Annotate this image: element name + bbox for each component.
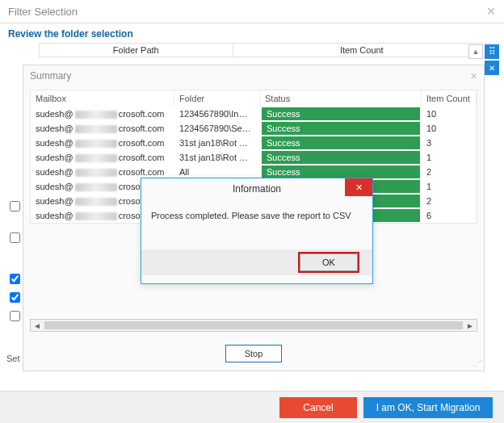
left-checkbox-1[interactable] <box>10 201 20 212</box>
cell-status: Success <box>260 150 422 165</box>
resize-grip-icon[interactable]: ⋰ <box>474 358 481 367</box>
left-checkbox-2[interactable] <box>10 232 20 243</box>
cell-item-count: 10 <box>422 107 477 121</box>
col-folder[interactable]: Folder <box>174 90 260 107</box>
dialog-title: Information <box>233 183 281 195</box>
dialog-close-button[interactable]: ✕ <box>345 178 372 196</box>
cell-item-count: 1 <box>422 179 477 194</box>
cell-mailbox: sudesh@crosoft.com <box>31 136 174 150</box>
cell-folder: 31st jan18\Rot … <box>174 136 260 150</box>
grid-header-row: Mailbox Folder Status Item Count <box>31 90 477 107</box>
cell-item-count: 2 <box>422 194 477 208</box>
col-item-count[interactable]: Item Count <box>233 44 490 57</box>
cell-folder: 31st jan18\Rot … <box>174 150 260 165</box>
cell-mailbox: sudesh@crosoft.com <box>31 121 174 136</box>
select-tool-icon[interactable]: ⠿ <box>485 44 499 59</box>
col-status[interactable]: Status <box>260 90 422 107</box>
filter-selection-titlebar: Filter Selection ✕ <box>0 0 504 23</box>
set-label: Set <box>6 354 20 363</box>
cell-status: Success <box>260 136 422 150</box>
cell-item-count: 2 <box>422 165 477 179</box>
clear-icon[interactable]: ✕ <box>485 61 499 75</box>
information-dialog: Information ✕ Process completed. Please … <box>141 178 373 284</box>
cell-mailbox: sudesh@crosoft.com <box>31 150 174 165</box>
filter-selection-title: Filter Selection <box>8 6 78 18</box>
left-checkbox-3[interactable] <box>10 274 20 284</box>
col-item-count[interactable]: Item Count <box>422 90 477 107</box>
summary-close-icon[interactable]: ✕ <box>470 71 477 82</box>
cell-folder: 1234567890\In… <box>174 107 260 121</box>
table-row[interactable]: sudesh@crosoft.com1234567890\Se…Success1… <box>31 121 477 136</box>
scroll-left-icon[interactable]: ◄ <box>33 321 41 330</box>
stop-button[interactable]: Stop <box>225 345 282 362</box>
sort-asc-icon[interactable]: ▲ <box>468 44 483 59</box>
summary-title: Summary <box>30 70 71 82</box>
cell-status: Success <box>260 107 422 121</box>
review-heading: Review the folder selection <box>0 23 504 43</box>
cell-folder: 1234567890\Se… <box>174 121 260 136</box>
cell-item-count: 10 <box>422 121 477 136</box>
dialog-footer: OK <box>141 249 372 275</box>
horizontal-scrollbar[interactable]: ◄ ► <box>30 319 477 332</box>
footer-bar: Cancel I am OK, Start Migration <box>0 391 504 423</box>
dialog-titlebar[interactable]: Information ✕ <box>141 178 372 199</box>
ok-button[interactable]: OK <box>300 253 358 271</box>
table-row[interactable]: sudesh@crosoft.com1234567890\In…Success1… <box>31 107 477 121</box>
cell-item-count: 3 <box>422 136 477 150</box>
left-checkbox-5[interactable] <box>10 311 20 321</box>
left-checkbox-4[interactable] <box>10 292 20 303</box>
scroll-right-icon[interactable]: ► <box>466 321 474 330</box>
cell-status: Success <box>260 121 422 136</box>
cancel-button[interactable]: Cancel <box>279 397 357 418</box>
start-migration-button[interactable]: I am OK, Start Migration <box>363 397 493 418</box>
col-mailbox[interactable]: Mailbox <box>31 90 174 107</box>
cell-item-count: 1 <box>422 150 477 165</box>
folder-selection-header-table: Folder Path Item Count <box>39 43 491 57</box>
col-folder-path[interactable]: Folder Path <box>40 44 233 57</box>
dialog-message: Process completed. Please save the repor… <box>141 199 372 249</box>
cell-mailbox: sudesh@crosoft.com <box>31 107 174 121</box>
close-icon[interactable]: ✕ <box>486 5 496 18</box>
table-row[interactable]: sudesh@crosoft.com31st jan18\Rot …Succes… <box>31 150 477 165</box>
table-row[interactable]: sudesh@crosoft.com31st jan18\Rot …Succes… <box>31 136 477 150</box>
scroll-thumb[interactable] <box>44 321 463 329</box>
cell-item-count: 6 <box>422 208 477 223</box>
